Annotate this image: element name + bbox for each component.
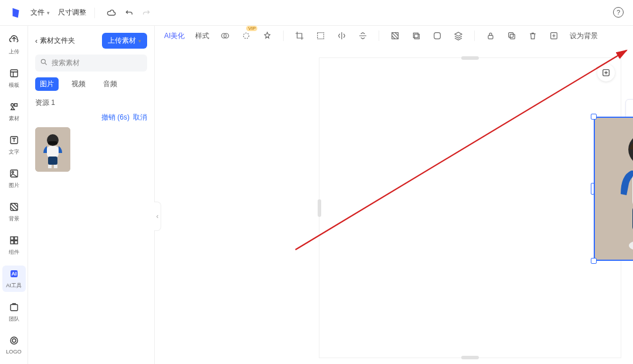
copy-icon[interactable] xyxy=(506,30,517,41)
cancel-link[interactable]: 取消 xyxy=(133,113,147,123)
svg-rect-22 xyxy=(54,165,57,168)
set-as-background-button[interactable]: 设为背景 xyxy=(570,31,598,41)
cloud-sync-icon[interactable] xyxy=(107,8,116,18)
redo-icon xyxy=(142,8,151,18)
chevron-down-icon: ▾ xyxy=(47,10,50,16)
shadow-icon[interactable] xyxy=(411,30,421,41)
nav-component[interactable]: 组件 xyxy=(2,232,26,258)
svg-rect-9 xyxy=(11,241,13,244)
layer-icon[interactable] xyxy=(453,30,464,41)
crop-icon[interactable] xyxy=(294,30,305,41)
vip-badge: VIP xyxy=(246,26,257,31)
svg-rect-26 xyxy=(318,33,324,39)
topbar-left: 文件▾ 尺寸调整 xyxy=(9,6,151,19)
background-icon xyxy=(8,201,20,213)
transparency-icon[interactable] xyxy=(390,30,400,41)
separator xyxy=(379,30,379,41)
undo-link[interactable]: 撤销 (6s) xyxy=(101,113,130,123)
svg-rect-21 xyxy=(48,165,52,168)
svg-rect-32 xyxy=(511,34,515,39)
ai-beautify-button[interactable]: AI美化 xyxy=(164,31,185,41)
border-icon[interactable]: VIP xyxy=(241,30,251,41)
nav-material[interactable]: 素材 xyxy=(2,98,26,125)
resize-handle-tl[interactable] xyxy=(591,114,597,120)
upload-icon xyxy=(8,34,20,46)
canvas-handle-bottom[interactable] xyxy=(461,356,479,359)
svg-point-5 xyxy=(12,171,13,173)
team-icon xyxy=(8,301,20,313)
selected-element[interactable] xyxy=(594,117,633,261)
upload-material-button[interactable]: 上传素材▾ xyxy=(102,33,147,49)
logo-icon xyxy=(8,335,20,346)
svg-rect-0 xyxy=(11,70,18,77)
svg-rect-18 xyxy=(48,141,57,145)
tab-video[interactable]: 视频 xyxy=(67,77,90,91)
asset-thumbnail[interactable] xyxy=(35,127,70,172)
resize-handle-lm[interactable] xyxy=(591,183,594,195)
side-panel: ‹素材文件夹 上传素材▾ 搜索素材 图片 视频 音频 资源 1 撤销 (6s) … xyxy=(28,26,155,364)
nav-text[interactable]: 文字 xyxy=(2,132,26,158)
delete-icon[interactable] xyxy=(528,30,538,41)
nav-image[interactable]: 图片 xyxy=(2,165,26,192)
search-input[interactable]: 搜索素材 xyxy=(35,55,147,72)
text-icon xyxy=(8,134,20,146)
resize-handle-bl[interactable] xyxy=(591,258,597,264)
file-menu[interactable]: 文件▾ xyxy=(30,8,50,18)
resource-count: 资源 1 xyxy=(35,98,147,108)
svg-rect-10 xyxy=(14,241,17,244)
nav-logo[interactable]: LOGO xyxy=(2,332,26,357)
tab-image[interactable]: 图片 xyxy=(35,77,59,91)
material-icon xyxy=(8,101,20,113)
undo-icon[interactable] xyxy=(124,8,134,18)
app-logo[interactable] xyxy=(9,6,22,19)
svg-rect-29 xyxy=(415,34,420,39)
chevron-down-icon: ▾ xyxy=(138,38,141,44)
resize-menu[interactable]: 尺寸调整 xyxy=(58,8,86,18)
flip-h-icon[interactable] xyxy=(336,30,347,41)
more-icon[interactable] xyxy=(549,30,559,41)
topbar: 文件▾ 尺寸调整 ? xyxy=(0,0,633,26)
chevron-left-icon: ‹ xyxy=(35,37,38,45)
add-page-button[interactable] xyxy=(597,64,615,81)
search-icon xyxy=(40,58,48,68)
effects-icon[interactable] xyxy=(262,30,273,41)
svg-rect-7 xyxy=(11,237,13,240)
ai-icon: AI xyxy=(8,268,20,280)
collapse-panel-button[interactable]: ‹ xyxy=(154,202,161,231)
nav-team[interactable]: 团队 xyxy=(2,299,26,325)
undo-row: 撤销 (6s) 取消 xyxy=(35,113,147,123)
vertical-nav: 上传 模板 素材 文字 图片 背景 组件 AIAI工具 团队 LOGO xyxy=(0,26,28,364)
canvas-handle-top[interactable] xyxy=(461,56,479,60)
svg-text:AI: AI xyxy=(11,271,16,277)
nav-background[interactable]: 背景 xyxy=(2,199,26,225)
search-placeholder: 搜索素材 xyxy=(52,58,80,68)
svg-rect-28 xyxy=(414,33,418,38)
help-button[interactable]: ? xyxy=(613,7,624,18)
context-toolbar: AI美化 样式 VIP 设为背景 xyxy=(155,26,633,46)
svg-point-14 xyxy=(11,337,18,344)
lock-icon[interactable] xyxy=(485,30,496,41)
svg-point-1 xyxy=(11,104,13,107)
flip-v-icon[interactable] xyxy=(358,30,368,41)
svg-rect-19 xyxy=(47,146,59,158)
selected-image[interactable] xyxy=(594,117,633,261)
canvas-area: AI美化 样式 VIP 设为背景 ‹ xyxy=(155,26,633,364)
cutout-icon[interactable] xyxy=(315,30,326,41)
design-canvas[interactable]: AI找相似 xyxy=(319,57,621,358)
tab-audio[interactable]: 音频 xyxy=(98,77,122,91)
style-button[interactable]: 样式 xyxy=(195,31,209,41)
component-icon xyxy=(8,234,20,246)
nav-aitool[interactable]: AIAI工具 xyxy=(2,266,26,292)
nav-upload[interactable]: 上传 xyxy=(2,32,26,58)
round-icon[interactable] xyxy=(432,30,443,41)
separator xyxy=(283,30,284,41)
svg-rect-30 xyxy=(434,33,441,39)
nav-template[interactable]: 模板 xyxy=(2,65,26,91)
canvas-handle-left[interactable] xyxy=(318,199,321,217)
svg-rect-31 xyxy=(488,35,493,39)
back-button[interactable]: ‹素材文件夹 xyxy=(35,36,75,46)
asset-tabs: 图片 视频 音频 xyxy=(35,77,147,91)
svg-rect-8 xyxy=(14,237,17,240)
svg-rect-33 xyxy=(509,33,513,38)
opacity-icon[interactable] xyxy=(220,30,230,41)
